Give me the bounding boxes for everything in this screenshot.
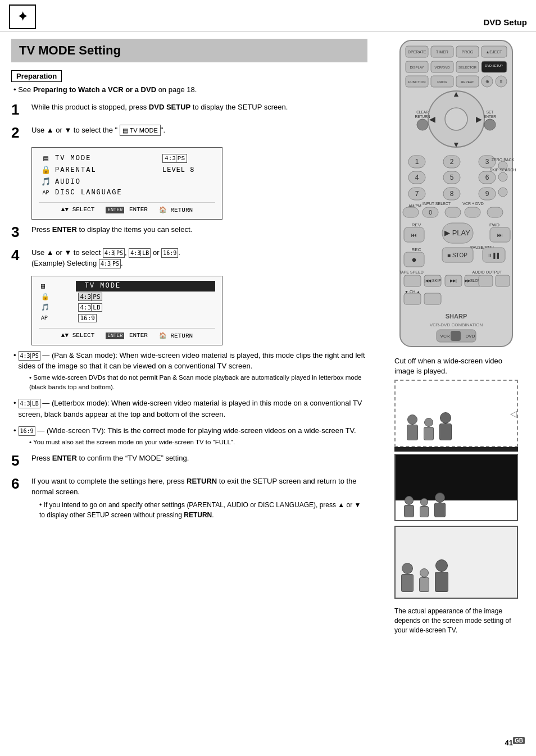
svg-text:▲EJECT: ▲EJECT <box>485 50 502 54</box>
svg-text:|◀◀ SKIP: |◀◀ SKIP <box>424 279 441 283</box>
svg-text:FUNCTION: FUNCTION <box>408 80 426 84</box>
svg-text:5: 5 <box>450 174 454 181</box>
step-5-number: 5 <box>11 453 31 469</box>
svg-text:2: 2 <box>450 158 454 166</box>
svg-text:⏮: ⏮ <box>411 232 417 238</box>
setup-screen-1: ▤ TV MODE 4:3PS 🔒 PARENTAL LEVEL 8 🎵 AUD… <box>31 147 222 220</box>
svg-text:DVD: DVD <box>466 334 475 339</box>
step-5-content: Press ENTER to confirm the “TV MODE” set… <box>31 453 367 464</box>
step-3-content: Press ENTER to display the items you can… <box>31 224 367 235</box>
svg-text:6: 6 <box>485 174 489 181</box>
left-column: TV MODE Setting Preparation See Preparin… <box>0 32 379 641</box>
svg-point-38 <box>484 119 496 130</box>
step-6-number: 6 <box>11 476 31 492</box>
tv-screen-full <box>394 454 518 521</box>
svg-text:▶ PLAY: ▶ PLAY <box>444 229 470 237</box>
svg-text:VCR + DVD: VCR + DVD <box>462 202 484 206</box>
svg-rect-65 <box>403 207 419 217</box>
svg-text:VCR: VCR <box>440 334 450 339</box>
step-1-content: While this product is stopped, press DVD… <box>31 102 367 113</box>
svg-text:1: 1 <box>415 158 419 166</box>
step-1: 1 While this product is stopped, press D… <box>11 102 367 118</box>
svg-text:PROG: PROG <box>437 80 447 84</box>
svg-text:REC: REC <box>412 247 421 252</box>
svg-point-28 <box>445 108 467 130</box>
svg-text:ENTER: ENTER <box>484 115 496 119</box>
header-title: DVD Setup <box>483 17 527 29</box>
step-2: 2 Use ▲ or ▼ to select the " ▤ TV MODE". <box>11 125 367 141</box>
page-title-bar: TV MODE Setting <box>11 39 367 62</box>
svg-text:⊕: ⊕ <box>485 79 489 84</box>
gb-badge: GB <box>513 737 525 744</box>
page-header: ✦ DVD Setup <box>0 0 536 32</box>
svg-rect-69 <box>465 207 480 217</box>
svg-rect-96 <box>479 275 493 286</box>
preparation-label: Preparation <box>11 70 62 82</box>
step-3: 3 Press ENTER to display the items you c… <box>11 224 367 240</box>
svg-text:SET: SET <box>487 110 494 114</box>
step-4-content: Use ▲ or ▼ to select 4:3PS, 4:3LB or 16:… <box>31 247 367 269</box>
tv-screen-cutoff: ◁ <box>394 380 518 452</box>
logo: ✦ <box>9 4 36 29</box>
svg-text:PROG: PROG <box>462 50 474 54</box>
svg-rect-68 <box>445 207 461 217</box>
cutoff-label: Cut off when a wide-screen video image i… <box>394 356 518 376</box>
tv-screen-widescreen <box>394 526 518 599</box>
actual-label: The actual appearance of the image depen… <box>394 607 518 635</box>
svg-text:7: 7 <box>415 190 419 198</box>
step-4: 4 Use ▲ or ▼ to select 4:3PS, 4:3LB or 1… <box>11 247 367 269</box>
step-6: 6 If you want to complete the settings h… <box>11 476 367 520</box>
svg-text:3: 3 <box>485 158 489 166</box>
svg-text:FWD: FWD <box>489 222 499 227</box>
svg-text:OPERATE: OPERATE <box>408 50 426 54</box>
svg-text:INPUT SELECT: INPUT SELECT <box>423 202 451 206</box>
step-3-number: 3 <box>11 224 31 240</box>
svg-text:RETURN: RETURN <box>415 115 430 119</box>
svg-text:■ STOP: ■ STOP <box>447 252 467 258</box>
svg-text:REPEAT: REPEAT <box>461 80 474 84</box>
svg-text:4: 4 <box>415 174 419 181</box>
page-title: TV MODE Setting <box>19 43 121 57</box>
mode-bullet-ps: 4:3PS — (Pan & Scan mode): When wide-scr… <box>11 350 367 393</box>
svg-rect-100 <box>424 293 441 304</box>
setup-screen-2: ▤ TV MODE 🔒 4:3PS 🎵 4:3LB AP 16:9 <box>31 276 222 345</box>
step-4-number: 4 <box>11 247 31 263</box>
main-layout: TV MODE Setting Preparation See Preparin… <box>0 32 536 641</box>
svg-text:≡: ≡ <box>500 79 503 84</box>
svg-text:⏸ ▌▌: ⏸ ▌▌ <box>487 252 501 259</box>
svg-text:AUDIO OUTPUT: AUDIO OUTPUT <box>473 270 503 274</box>
svg-rect-99 <box>404 293 421 304</box>
svg-rect-97 <box>496 275 510 286</box>
preparation-text: See Preparing to Watch a VCR or a DVD on… <box>11 85 367 94</box>
svg-rect-88 <box>404 275 421 286</box>
remote-control: OPERATE TIMER PROG ▲EJECT DISPLAY VCR/DV… <box>392 38 521 354</box>
mode-bullet-lb: 4:3LB — (Letterbox mode): When wide-scre… <box>11 398 367 420</box>
svg-text:9: 9 <box>485 190 489 198</box>
setup-nav-1: ▲▼ SELECT ENTER ENTER 🏠 RETURN <box>39 202 215 213</box>
mode-bullet-169: 16:9 — (Wide-screen TV): This is the cor… <box>11 425 367 447</box>
svg-text:CLEAR: CLEAR <box>416 110 429 114</box>
svg-text:8: 8 <box>450 190 454 198</box>
svg-text:▲: ▲ <box>452 89 460 98</box>
svg-point-61 <box>498 188 507 197</box>
svg-rect-106 <box>451 331 461 341</box>
svg-rect-70 <box>487 207 503 217</box>
svg-text:SELECTOR: SELECTOR <box>458 66 477 69</box>
svg-text:⏺: ⏺ <box>411 257 417 263</box>
svg-text:DVD SETUP: DVD SETUP <box>485 64 503 67</box>
page-number: 41GB <box>505 737 525 747</box>
svg-text:SKIP SEARCH: SKIP SEARCH <box>490 168 516 172</box>
step-2-number: 2 <box>11 125 31 141</box>
step-1-number: 1 <box>11 102 31 118</box>
svg-text:VCR-DVD COMBINATION: VCR-DVD COMBINATION <box>430 322 483 327</box>
svg-text:⏭: ⏭ <box>497 232 503 238</box>
svg-point-54 <box>498 172 507 181</box>
svg-text:SHARP: SHARP <box>446 313 467 320</box>
svg-text:0: 0 <box>429 210 432 216</box>
mode-descriptions: 4:3PS — (Pan & Scan mode): When wide-scr… <box>11 350 367 447</box>
svg-text:▶: ▶ <box>476 115 482 124</box>
step-6-content: If you want to complete the settings her… <box>31 476 367 520</box>
svg-text:TIMER: TIMER <box>436 50 448 54</box>
svg-point-35 <box>417 119 428 130</box>
right-column: OPERATE TIMER PROG ▲EJECT DISPLAY VCR/DV… <box>379 32 536 641</box>
